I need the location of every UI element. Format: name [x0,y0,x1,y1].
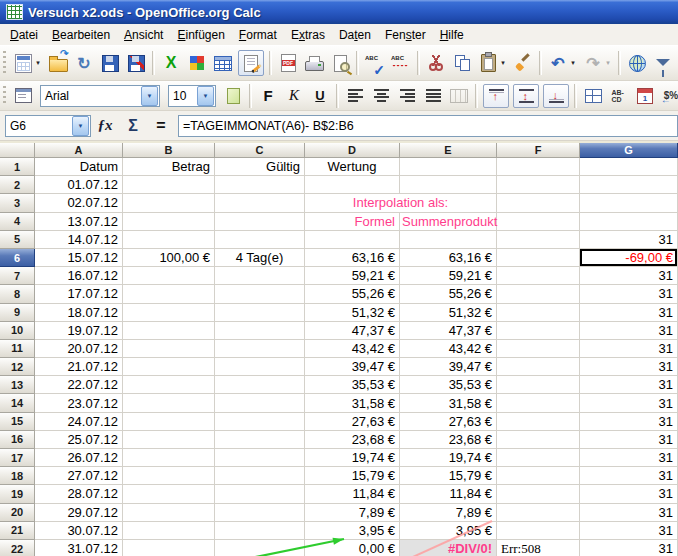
corner-box[interactable] [0,143,35,158]
page-preview-button[interactable] [329,51,351,75]
cell-C18[interactable] [215,467,305,485]
cell-A14[interactable]: 23.07.12 [35,394,123,412]
cell-F12[interactable] [497,358,580,376]
cell-C10[interactable] [215,322,305,340]
cell-B9[interactable] [123,304,215,322]
autofilter-button[interactable] [652,51,674,75]
title-bar[interactable]: Versuch x2.ods - OpenOffice.org Calc [0,0,678,24]
cell-E13[interactable]: 35,53 € [400,376,497,394]
cell-F11[interactable] [497,340,580,358]
menu-item-bearbeiten[interactable]: Bearbeiten [45,26,117,44]
cell-B11[interactable] [123,340,215,358]
page-style-button[interactable] [222,85,244,107]
align-middle-button[interactable] [513,84,539,108]
menu-item-ansicht[interactable]: Ansicht [117,26,170,44]
menu-item-extras[interactable]: Extras [284,26,332,44]
row-header-7[interactable]: 7 [0,267,35,285]
cell-G15[interactable]: 31 [580,413,678,431]
italic-button[interactable]: K [283,85,305,107]
cell-D12[interactable]: 39,47 € [305,358,400,376]
cell-D11[interactable]: 43,42 € [305,340,400,358]
cell-D19[interactable]: 11,84 € [305,485,400,503]
row-header-1[interactable]: 1 [0,158,35,176]
cell-C16[interactable] [215,431,305,449]
underline-button[interactable]: U [309,85,331,107]
column-header-g[interactable]: G [580,143,678,158]
copy-button[interactable] [451,51,473,75]
cell-G22[interactable]: 31 [580,540,678,556]
cell-G3[interactable] [580,194,678,212]
cell-C5[interactable] [215,231,305,249]
font-size-combobox-dropdown[interactable]: ▼ [197,86,214,106]
auto-spellcheck-button[interactable]: ABC [390,51,412,75]
column-header-b[interactable]: B [123,143,215,158]
cell-G14[interactable]: 31 [580,394,678,412]
row-header-22[interactable]: 22 [0,540,35,556]
row-header-20[interactable]: 20 [0,504,35,522]
function-button[interactable]: = [149,114,173,138]
cell-B7[interactable] [123,267,215,285]
cell-C19[interactable] [215,485,305,503]
cell-E11[interactable]: 43,42 € [400,340,497,358]
cell-G6[interactable]: -69,00 € [580,249,678,267]
font-size-combobox-value[interactable]: 10 [169,89,197,103]
row-header-19[interactable]: 19 [0,485,35,503]
cell-D2[interactable] [305,176,400,194]
cell-B12[interactable] [123,358,215,376]
cell-D21[interactable]: 3,95 € [305,522,400,540]
hyphenation-button[interactable]: AB-CD [608,85,630,107]
row-header-2[interactable]: 2 [0,176,35,194]
cell-E22[interactable]: #DIV/0! [400,540,497,556]
cell-C4[interactable] [215,213,305,231]
row-header-3[interactable]: 3 [0,194,35,212]
styles-button[interactable] [12,85,34,107]
name-box[interactable]: G6 ▼ [5,115,91,137]
row-header-21[interactable]: 21 [0,522,35,540]
cell-D1[interactable]: Wertung [305,158,400,176]
cell-F17[interactable] [497,449,580,467]
cell-A19[interactable]: 28.07.12 [35,485,123,503]
cell-D7[interactable]: 59,21 € [305,267,400,285]
cell-G16[interactable]: 31 [580,431,678,449]
cell-E7[interactable]: 59,21 € [400,267,497,285]
bold-button[interactable]: F [257,85,279,107]
cell-E19[interactable]: 11,84 € [400,485,497,503]
cell-F7[interactable] [497,267,580,285]
cell-A22[interactable]: 31.07.12 [35,540,123,556]
cell-F20[interactable] [497,504,580,522]
cell-D15[interactable]: 27,63 € [305,413,400,431]
row-header-15[interactable]: 15 [0,413,35,431]
formula-input[interactable]: =TAGEIMMONAT(A6)- B$2:B6 [178,115,678,137]
cell-F9[interactable] [497,304,580,322]
new-document-button-dropdown[interactable]: ▾ [33,51,43,75]
cell-G13[interactable]: 31 [580,376,678,394]
cell-A16[interactable]: 25.07.12 [35,431,123,449]
paste-button-dropdown[interactable]: ▾ [498,51,508,75]
open-button[interactable] [47,51,69,75]
cell-A4[interactable]: 13.07.12 [35,213,123,231]
cell-C17[interactable] [215,449,305,467]
cell-E10[interactable]: 47,37 € [400,322,497,340]
toolbar-grip[interactable] [3,51,6,75]
name-box-dropdown[interactable]: ▼ [72,116,89,136]
row-header-5[interactable]: 5 [0,231,35,249]
row-header-11[interactable]: 11 [0,340,35,358]
cell-E8[interactable]: 55,26 € [400,285,497,303]
cell-C1[interactable]: Gültig [215,158,305,176]
cell-C13[interactable] [215,376,305,394]
cell-E16[interactable]: 23,68 € [400,431,497,449]
cell-D14[interactable]: 31,58 € [305,394,400,412]
cell-B13[interactable] [123,376,215,394]
cell-E21[interactable]: 3,95 € [400,522,497,540]
cell-E17[interactable]: 19,74 € [400,449,497,467]
cell-E1[interactable] [400,158,497,176]
cell-G9[interactable]: 31 [580,304,678,322]
undo-button[interactable] [547,51,569,75]
row-header-9[interactable]: 9 [0,304,35,322]
column-header-f[interactable]: F [497,143,580,158]
cell-E12[interactable]: 39,47 € [400,358,497,376]
align-right-button[interactable] [396,85,418,107]
cell-F10[interactable] [497,322,580,340]
cell-G19[interactable]: 31 [580,485,678,503]
menu-item-format[interactable]: Format [232,26,284,44]
